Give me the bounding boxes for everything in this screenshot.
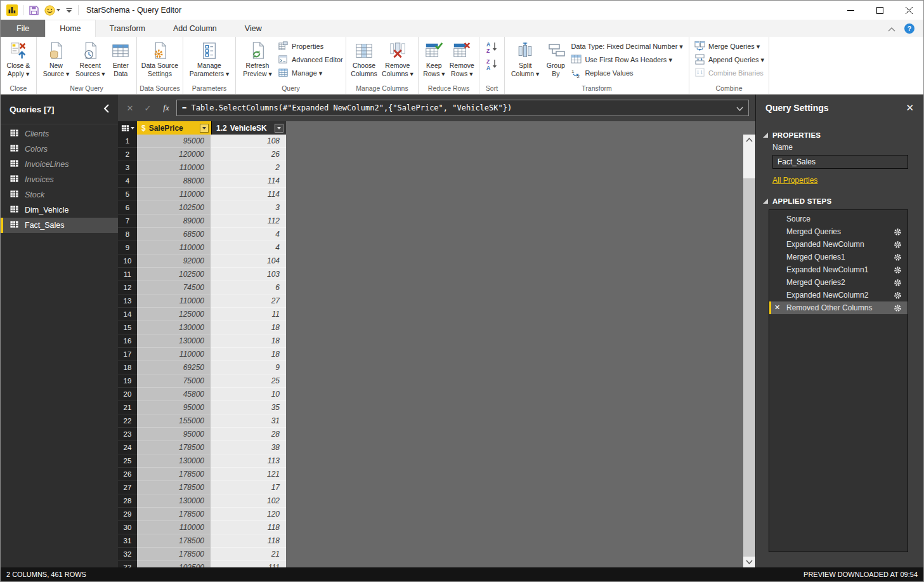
applied-step-source[interactable]: Source	[769, 213, 908, 225]
row-number[interactable]: 32	[118, 548, 137, 561]
step-settings-gear-icon[interactable]	[894, 291, 902, 300]
remove-columns-button[interactable]: Remove Columns ▾	[381, 39, 415, 78]
grid-cell-vehiclesk[interactable]: 104	[211, 255, 286, 268]
row-number[interactable]: 15	[118, 321, 137, 334]
query-item-fact_sales[interactable]: Fact_Sales	[1, 218, 118, 233]
append-queries-button[interactable]: Append Queries ▾	[694, 54, 764, 65]
row-number[interactable]: 22	[118, 414, 137, 428]
row-number[interactable]: 1	[118, 135, 137, 148]
step-settings-gear-icon[interactable]	[894, 304, 902, 312]
decimal-type-icon[interactable]: 1.2	[216, 124, 227, 133]
grid-cell-saleprice[interactable]: 95000	[137, 401, 211, 414]
grid-cell-vehiclesk[interactable]: 18	[211, 334, 286, 348]
grid-cell-saleprice[interactable]: 130000	[137, 334, 211, 348]
grid-cell-saleprice[interactable]: 95000	[137, 428, 211, 441]
grid-cell-vehiclesk[interactable]: 4	[211, 228, 286, 241]
refresh-preview-button[interactable]: Refresh Preview ▾	[238, 39, 277, 78]
keep-rows-button[interactable]: Keep Rows ▾	[422, 39, 446, 78]
grid-cell-saleprice[interactable]: 125000	[137, 308, 211, 321]
row-number[interactable]: 6	[118, 201, 137, 215]
grid-cell-vehiclesk[interactable]: 118	[211, 521, 286, 534]
row-number[interactable]: 16	[118, 334, 137, 348]
grid-cell-saleprice[interactable]: 102500	[137, 201, 211, 215]
grid-cell-saleprice[interactable]: 178500	[137, 481, 211, 494]
applied-step-merged-queries[interactable]: Merged Queries	[769, 225, 908, 238]
row-number[interactable]: 11	[118, 268, 137, 281]
row-number[interactable]: 28	[118, 494, 137, 508]
grid-cell-vehiclesk[interactable]: 3	[211, 201, 286, 215]
grid-cell-vehiclesk[interactable]: 103	[211, 268, 286, 281]
row-number[interactable]: 8	[118, 228, 137, 241]
grid-cell-saleprice[interactable]: 110000	[137, 161, 211, 175]
formula-cancel-icon[interactable]: ✕	[122, 103, 138, 113]
row-number[interactable]: 3	[118, 161, 137, 175]
step-settings-gear-icon[interactable]	[894, 266, 902, 274]
data-type-button[interactable]: Data Type: Fixed Decimal Number ▾	[571, 41, 683, 52]
grid-cell-saleprice[interactable]: 45800	[137, 388, 211, 401]
query-item-clients[interactable]: Clients	[1, 126, 118, 142]
new-source-button[interactable]: New Source ▾	[42, 39, 70, 78]
grid-cell-saleprice[interactable]: 110000	[137, 521, 211, 534]
grid-cell-saleprice[interactable]: 110000	[137, 188, 211, 201]
row-number[interactable]: 14	[118, 308, 137, 321]
grid-cell-vehiclesk[interactable]: 9	[211, 361, 286, 374]
vertical-scrollbar[interactable]	[743, 135, 755, 567]
row-number[interactable]: 24	[118, 441, 137, 454]
grid-cell-vehiclesk[interactable]: 35	[211, 401, 286, 414]
split-column-button[interactable]: Split Column ▾	[510, 39, 540, 78]
row-number[interactable]: 2	[118, 148, 137, 161]
grid-cell-saleprice[interactable]: 178500	[137, 441, 211, 454]
query-item-invoicelines[interactable]: InvoiceLines	[1, 157, 118, 172]
sort-ascending-button[interactable]: AZ	[486, 41, 498, 56]
scroll-down-button[interactable]	[743, 557, 755, 567]
row-number[interactable]: 21	[118, 401, 137, 414]
grid-cell-saleprice[interactable]: 92000	[137, 255, 211, 268]
tab-transform[interactable]: Transform	[96, 20, 160, 37]
grid-cell-vehiclesk[interactable]: 26	[211, 148, 286, 161]
grid-cell-vehiclesk[interactable]: 111	[211, 561, 286, 567]
sort-descending-button[interactable]: ZA	[486, 58, 498, 73]
grid-cell-saleprice[interactable]: 130000	[137, 454, 211, 468]
row-number[interactable]: 26	[118, 468, 137, 481]
formula-input[interactable]: = Table.SelectColumns(#"Expanded NewColu…	[176, 100, 749, 116]
grid-cell-vehiclesk[interactable]: 38	[211, 441, 286, 454]
row-number[interactable]: 20	[118, 388, 137, 401]
column-filter-icon[interactable]	[275, 124, 283, 133]
row-number[interactable]: 29	[118, 508, 137, 521]
column-header-saleprice[interactable]: $ SalePrice	[137, 121, 211, 135]
row-number[interactable]: 17	[118, 348, 137, 361]
grid-cell-vehiclesk[interactable]: 11	[211, 308, 286, 321]
grid-cell-saleprice[interactable]: 130000	[137, 494, 211, 508]
scrollbar-thumb[interactable]	[743, 145, 755, 178]
grid-cell-saleprice[interactable]: 178500	[137, 508, 211, 521]
applied-step-removed-other-columns[interactable]: ✕Removed Other Columns	[769, 301, 908, 314]
row-number[interactable]: 9	[118, 241, 137, 255]
remove-rows-button[interactable]: Remove Rows ▾	[448, 39, 476, 78]
grid-cell-vehiclesk[interactable]: 114	[211, 188, 286, 201]
grid-cell-vehiclesk[interactable]: 114	[211, 175, 286, 188]
query-item-colors[interactable]: Colors	[1, 142, 118, 157]
properties-section-header[interactable]: PROPERTIES	[763, 131, 916, 139]
grid-cell-vehiclesk[interactable]: 10	[211, 388, 286, 401]
use-first-row-as-headers-button[interactable]: Use First Row As Headers ▾	[571, 54, 683, 65]
column-header-vehiclesk[interactable]: 1.2 VehicleSK	[211, 121, 286, 135]
close-apply-button[interactable]: Close & Apply ▾	[6, 39, 32, 78]
grid-cell-saleprice[interactable]: 102500	[137, 268, 211, 281]
row-number[interactable]: 18	[118, 361, 137, 374]
grid-cell-vehiclesk[interactable]: 21	[211, 548, 286, 561]
row-number[interactable]: 13	[118, 294, 137, 308]
merge-queries-button[interactable]: Merge Queries ▾	[694, 41, 764, 52]
grid-cell-saleprice[interactable]: 75000	[137, 374, 211, 388]
help-icon[interactable]: ?	[904, 23, 914, 34]
grid-cell-vehiclesk[interactable]: 17	[211, 481, 286, 494]
select-all-button[interactable]	[118, 121, 137, 135]
grid-cell-saleprice[interactable]: 130000	[137, 321, 211, 334]
grid-cell-vehiclesk[interactable]: 118	[211, 534, 286, 548]
properties-button[interactable]: Properties	[278, 41, 343, 52]
minimize-button[interactable]	[836, 1, 865, 20]
replace-values-button[interactable]: 12 Replace Values	[571, 67, 683, 79]
close-pane-icon[interactable]: ✕	[906, 102, 914, 114]
feedback-smiley-button[interactable]	[44, 5, 60, 16]
advanced-editor-button[interactable]: Advanced Editor	[278, 54, 343, 65]
query-item-stock[interactable]: Stock	[1, 187, 118, 202]
